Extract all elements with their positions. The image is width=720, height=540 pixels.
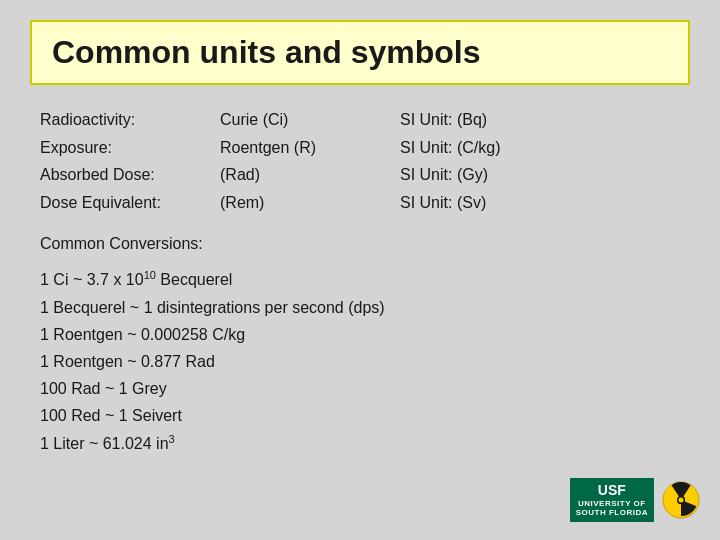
unit-value-4: (Rem) (220, 190, 400, 216)
unit-label-4: Dose Equivalent: (40, 190, 220, 216)
unit-value-2: Roentgen (R) (220, 135, 400, 161)
unit-label-3: Absorbed Dose: (40, 162, 220, 188)
conversion-5: 100 Rad ~ 1 Grey (40, 377, 690, 401)
conversion-4: 1 Roentgen ~ 0.877 Rad (40, 350, 690, 374)
units-col-3: SI Unit: (Bq) SI Unit: (C/kg) SI Unit: (… (400, 107, 620, 215)
unit-si-1: SI Unit: (Bq) (400, 107, 620, 133)
units-col-2: Curie (Ci) Roentgen (R) (Rad) (Rem) (220, 107, 400, 215)
slide: Common units and symbols Radioactivity: … (0, 0, 720, 540)
unit-si-4: SI Unit: (Sv) (400, 190, 620, 216)
conversion-2: 1 Becquerel ~ 1 disintegrations per seco… (40, 296, 690, 320)
radiation-symbol (662, 481, 700, 519)
unit-value-3: (Rad) (220, 162, 400, 188)
conversion-6: 100 Red ~ 1 Seivert (40, 404, 690, 428)
title-box: Common units and symbols (30, 20, 690, 85)
unit-value-1: Curie (Ci) (220, 107, 400, 133)
conversion-3: 1 Roentgen ~ 0.000258 C/kg (40, 323, 690, 347)
unit-si-2: SI Unit: (C/kg) (400, 135, 620, 161)
unit-label-2: Exposure: (40, 135, 220, 161)
slide-title: Common units and symbols (52, 34, 480, 70)
usf-florida-text: SOUTH FLORIDA (576, 508, 648, 518)
conversion-7: 1 Liter ~ 61.024 in3 (40, 431, 690, 456)
unit-si-3: SI Unit: (Gy) (400, 162, 620, 188)
usf-university-text: UNIVERSITY OF (576, 499, 648, 509)
usf-logo-box: USF UNIVERSITY OF SOUTH FLORIDA (570, 478, 654, 522)
bottom-logo: USF UNIVERSITY OF SOUTH FLORIDA (570, 478, 700, 522)
unit-label-1: Radioactivity: (40, 107, 220, 133)
svg-point-3 (679, 498, 684, 503)
usf-abbreviation: USF (576, 482, 648, 499)
conversions-label: Common Conversions: (40, 235, 690, 253)
units-table: Radioactivity: Exposure: Absorbed Dose: … (30, 107, 690, 215)
conversions-section: Common Conversions: 1 Ci ~ 3.7 x 1010 Be… (30, 235, 690, 456)
conversions-list: 1 Ci ~ 3.7 x 1010 Becquerel 1 Becquerel … (40, 267, 690, 456)
units-col-1: Radioactivity: Exposure: Absorbed Dose: … (40, 107, 220, 215)
conversion-1: 1 Ci ~ 3.7 x 1010 Becquerel (40, 267, 690, 292)
